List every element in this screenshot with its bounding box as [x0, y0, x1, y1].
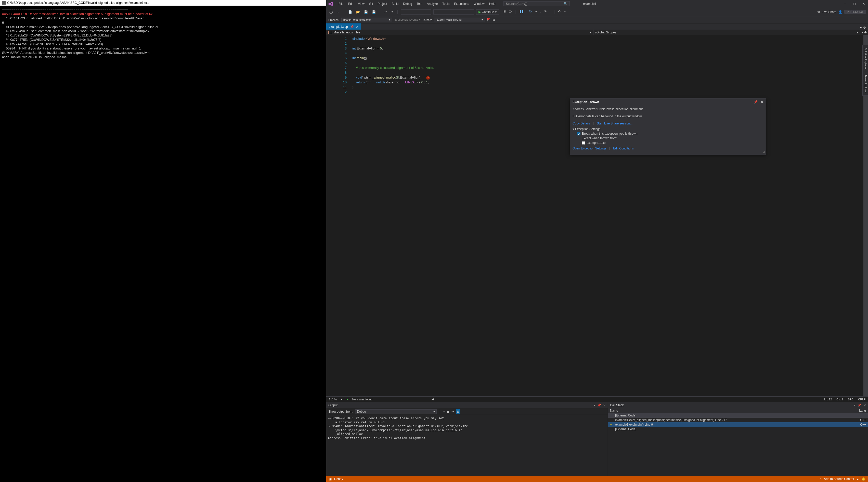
code-content[interactable]: #include <Windows.h> int ExternalAlign =…: [349, 35, 863, 396]
process-label: Process:: [328, 18, 339, 22]
scope-dropdown-right[interactable]: (Global Scope) ▾: [593, 30, 861, 35]
search-box[interactable]: Search (Ctrl+Q) 🔍: [503, 1, 570, 6]
open-icon[interactable]: 📂: [355, 10, 361, 14]
close-button[interactable]: ✕: [861, 2, 866, 6]
continue-button[interactable]: ▶ Continue ▾: [476, 9, 499, 14]
undo-icon[interactable]: ↶: [383, 10, 388, 14]
source-control-dropdown-icon[interactable]: ▴: [857, 477, 859, 481]
pause-icon[interactable]: ❚❚: [519, 10, 524, 14]
menu-project[interactable]: Project: [375, 1, 389, 7]
save-all-icon[interactable]: 💾: [371, 10, 377, 14]
panel-pin-icon[interactable]: 📌: [597, 403, 601, 407]
add-icon[interactable]: ✚: [864, 31, 867, 34]
lineending-indicator[interactable]: CRLF: [858, 398, 865, 401]
scope-dropdown-left[interactable]: Miscellaneous Files ▾: [326, 30, 593, 35]
main-toolbar: ◯ → 📄 📂 💾 💾 ↶ ↷ ▶ Continue ▾ 🖥 🖵 ❚❚: [326, 8, 868, 16]
sidetab-team-explorer[interactable]: Team Explorer: [862, 72, 868, 96]
callstack-row[interactable]: [External Code]: [608, 427, 868, 431]
output-filter-icon[interactable]: ▦: [456, 409, 460, 414]
split-icon[interactable]: ▾: [862, 31, 863, 34]
cs-dropdown-icon[interactable]: ▾: [854, 403, 856, 407]
menu-window[interactable]: Window: [472, 1, 487, 7]
minimize-button[interactable]: ─: [843, 2, 847, 6]
liveshare-icon[interactable]: ⟲: [817, 10, 820, 14]
menu-view[interactable]: View: [356, 1, 367, 7]
maximize-button[interactable]: ▢: [852, 2, 857, 6]
callstack-row[interactable]: ⇨example1.exe!main() Line 9C++: [608, 422, 868, 427]
screen-icon[interactable]: 🖵: [508, 10, 512, 14]
flag-icon[interactable]: 🚩: [487, 18, 491, 22]
nav-back-icon[interactable]: ◯: [328, 10, 334, 14]
open-exception-settings-link[interactable]: Open Exception Settings: [572, 147, 606, 150]
callstack-row[interactable]: example1.exe!_aligned_malloc(unsigned in…: [608, 418, 868, 422]
step-over-icon[interactable]: ↷: [544, 10, 547, 14]
forward-icon[interactable]: ↔: [563, 10, 566, 14]
menu-tools[interactable]: Tools: [440, 1, 452, 7]
step-back-icon[interactable]: ↶: [558, 10, 561, 14]
account-icon[interactable]: 👤: [838, 10, 842, 14]
menu-help[interactable]: Help: [487, 1, 498, 7]
output-source-dropdown[interactable]: Debug▾: [355, 409, 437, 414]
liveshare-label[interactable]: Live Share: [822, 10, 836, 14]
close-tab-icon[interactable]: ✕: [356, 25, 359, 29]
add-source-control[interactable]: Add to Source Control: [824, 477, 854, 481]
indent-indicator[interactable]: SPC: [848, 398, 854, 401]
copy-details-link[interactable]: Copy Details: [572, 122, 590, 125]
zoom-level[interactable]: 111 %: [329, 398, 337, 401]
except-from-checkbox[interactable]: [582, 141, 585, 145]
callstack-rows: [External Code]example1.exe!_aligned_mal…: [608, 413, 868, 431]
add-source-control-icon[interactable]: ↑: [819, 477, 821, 481]
new-file-icon[interactable]: 📄: [347, 10, 353, 14]
thread-dropdown[interactable]: [11204] Main Thread▾: [434, 18, 485, 22]
nav-fwd-icon[interactable]: →: [336, 10, 341, 14]
pin-popup-icon[interactable]: 📌: [754, 100, 757, 104]
stack-frame-icon[interactable]: ▦: [493, 18, 495, 22]
notification-icon[interactable]: 🔔: [862, 477, 865, 481]
process-dropdown[interactable]: [50984] example1.exe▾: [341, 18, 392, 22]
sidetab-solution-explorer[interactable]: Solution Explorer: [862, 45, 868, 72]
redo-icon[interactable]: ↷: [390, 10, 394, 14]
cs-close-icon[interactable]: ✕: [863, 403, 866, 407]
cs-pin-icon[interactable]: 📌: [858, 403, 861, 407]
issues-text[interactable]: No issues found: [352, 398, 372, 401]
toggle-wrap-icon[interactable]: ≣: [447, 410, 450, 413]
platform-dropdown[interactable]: [433, 9, 474, 14]
menu-edit[interactable]: Edit: [346, 1, 355, 7]
break-when-thrown-checkbox[interactable]: [577, 132, 581, 135]
output-text[interactable]: ==50984==HINT: if you don't care about t…: [326, 415, 608, 476]
tab-example1-cpp[interactable]: example1.cpp 📌 ✕: [326, 24, 361, 30]
tab-dropdown-icon[interactable]: ▾: [860, 26, 862, 30]
menu-extensions[interactable]: Extensions: [452, 1, 471, 7]
pin-icon[interactable]: 📌: [350, 25, 354, 29]
clear-output-icon[interactable]: ≡: [443, 410, 445, 413]
browser-icon[interactable]: 🖥: [503, 10, 506, 14]
char-indicator[interactable]: Ch: 1: [836, 398, 843, 401]
callstack-panel: Call Stack ▾ 📌 ✕ Name Lang [External Cod…: [608, 402, 868, 476]
breakpoint-margin[interactable]: [326, 35, 337, 396]
show-next-icon[interactable]: →: [534, 10, 537, 14]
menu-analyze[interactable]: Analyze: [425, 1, 440, 7]
close-popup-icon[interactable]: ✕: [761, 100, 763, 104]
code-editor[interactable]: 123456789101112 #include <Windows.h> int…: [337, 35, 863, 396]
save-icon[interactable]: 💾: [363, 10, 369, 14]
step-out-icon[interactable]: ↑: [549, 10, 551, 14]
lifecycle-events[interactable]: ▦ Lifecycle Events ▾: [394, 18, 421, 22]
goto-icon[interactable]: ⇥: [452, 410, 454, 413]
exception-settings-expander[interactable]: ▾ Exception Settings: [572, 127, 763, 131]
edit-conditions-link[interactable]: Edit Conditions: [613, 147, 634, 150]
config-dropdown[interactable]: [401, 9, 431, 14]
step-into-icon[interactable]: ↓: [540, 10, 541, 14]
start-liveshare-link[interactable]: Start Live Share session...: [597, 122, 632, 125]
menu-build[interactable]: Build: [390, 1, 401, 7]
menu-debug[interactable]: Debug: [401, 1, 414, 7]
resize-grip-icon[interactable]: ◢: [763, 150, 765, 153]
menu-test[interactable]: Test: [415, 1, 425, 7]
restart-icon[interactable]: ↻: [529, 10, 532, 14]
panel-dropdown-icon[interactable]: ▾: [594, 403, 595, 407]
panel-close-icon[interactable]: ✕: [603, 403, 606, 407]
line-indicator[interactable]: Ln: 12: [824, 398, 832, 401]
menu-git[interactable]: Git: [367, 1, 375, 7]
settings-icon[interactable]: ⚙: [863, 26, 866, 30]
callstack-row[interactable]: [External Code]: [608, 413, 868, 418]
menu-file[interactable]: File: [337, 1, 345, 7]
